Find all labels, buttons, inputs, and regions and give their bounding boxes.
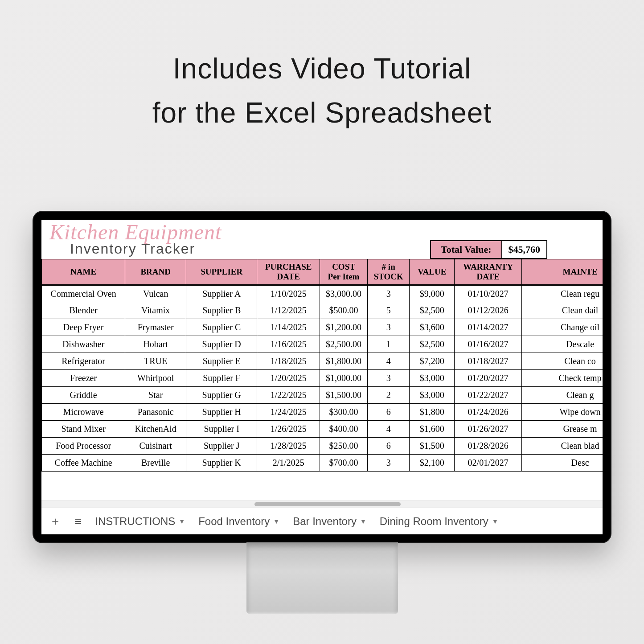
tab-dining-room-inventory[interactable]: Dining Room Inventory ▼ [380, 515, 498, 528]
cell-supplier[interactable]: Supplier A [186, 285, 257, 302]
cell-maint[interactable]: Desc [522, 455, 603, 472]
cell-supplier[interactable]: Supplier K [186, 455, 257, 472]
cell-value[interactable]: $1,600 [410, 421, 455, 438]
cell-maint[interactable]: Grease m [522, 421, 603, 438]
cell-stock[interactable]: 3 [367, 285, 410, 302]
col-warranty[interactable]: WARRANTYDATE [455, 259, 522, 285]
cell-maint[interactable]: Clean g [522, 387, 603, 404]
cell-pdate[interactable]: 2/1/2025 [257, 455, 320, 472]
cell-value[interactable]: $1,800 [410, 404, 455, 421]
cell-pdate[interactable]: 1/12/2025 [257, 302, 320, 319]
cell-cost[interactable]: $3,000.00 [320, 285, 368, 302]
cell-pdate[interactable]: 1/24/2025 [257, 404, 320, 421]
tab-food-inventory[interactable]: Food Inventory ▼ [198, 515, 279, 528]
cell-name[interactable]: Deep Fryer [42, 319, 125, 336]
cell-pdate[interactable]: 1/26/2025 [257, 421, 320, 438]
tab-instructions[interactable]: INSTRUCTIONS ▼ [95, 515, 185, 528]
all-sheets-icon[interactable]: ≡ [74, 515, 82, 528]
cell-stock[interactable]: 3 [367, 319, 410, 336]
cell-maint[interactable]: Change oil [522, 319, 603, 336]
cell-brand[interactable]: Vulcan [125, 285, 186, 302]
cell-pdate[interactable]: 1/14/2025 [257, 319, 320, 336]
cell-brand[interactable]: Panasonic [125, 404, 186, 421]
cell-warranty[interactable]: 01/16/2027 [455, 336, 522, 353]
cell-supplier[interactable]: Supplier C [186, 319, 257, 336]
cell-name[interactable]: Dishwasher [42, 336, 125, 353]
col-name[interactable]: NAME [42, 259, 125, 285]
cell-name[interactable]: Refrigerator [42, 353, 125, 370]
cell-warranty[interactable]: 01/20/2027 [455, 370, 522, 387]
cell-maint[interactable]: Descale [522, 336, 603, 353]
cell-warranty[interactable]: 01/12/2026 [455, 302, 522, 319]
cell-pdate[interactable]: 1/10/2025 [257, 285, 320, 302]
table-row[interactable]: Stand MixerKitchenAidSupplier I1/26/2025… [42, 421, 603, 438]
col-maintenance[interactable]: MAINTE [522, 259, 603, 285]
cell-supplier[interactable]: Supplier D [186, 336, 257, 353]
cell-cost[interactable]: $700.00 [320, 455, 368, 472]
cell-value[interactable]: $3,600 [410, 319, 455, 336]
cell-name[interactable]: Coffee Machine [42, 455, 125, 472]
cell-pdate[interactable]: 1/16/2025 [257, 336, 320, 353]
table-row[interactable]: DishwasherHobartSupplier D1/16/2025$2,50… [42, 336, 603, 353]
cell-pdate[interactable]: 1/28/2025 [257, 438, 320, 455]
cell-brand[interactable]: Star [125, 387, 186, 404]
cell-stock[interactable]: 4 [367, 421, 410, 438]
cell-value[interactable]: $3,000 [410, 370, 455, 387]
cell-value[interactable]: $9,000 [410, 285, 455, 302]
cell-brand[interactable]: Breville [125, 455, 186, 472]
add-sheet-icon[interactable]: ＋ [49, 513, 61, 529]
cell-name[interactable]: Microwave [42, 404, 125, 421]
cell-cost[interactable]: $500.00 [320, 302, 368, 319]
cell-stock[interactable]: 3 [367, 370, 410, 387]
cell-brand[interactable]: Vitamix [125, 302, 186, 319]
cell-cost[interactable]: $300.00 [320, 404, 368, 421]
cell-brand[interactable]: KitchenAid [125, 421, 186, 438]
scrollbar-thumb[interactable] [254, 502, 400, 506]
cell-stock[interactable]: 5 [367, 302, 410, 319]
cell-warranty[interactable]: 01/18/2027 [455, 353, 522, 370]
cell-maint[interactable]: Check temp [522, 370, 603, 387]
cell-name[interactable]: Blender [42, 302, 125, 319]
cell-pdate[interactable]: 1/18/2025 [257, 353, 320, 370]
cell-supplier[interactable]: Supplier F [186, 370, 257, 387]
cell-supplier[interactable]: Supplier G [186, 387, 257, 404]
cell-warranty[interactable]: 01/26/2027 [455, 421, 522, 438]
table-row[interactable]: BlenderVitamixSupplier B1/12/2025$500.00… [42, 302, 603, 319]
cell-cost[interactable]: $1,500.00 [320, 387, 368, 404]
cell-name[interactable]: Food Processor [42, 438, 125, 455]
cell-warranty[interactable]: 01/28/2026 [455, 438, 522, 455]
table-viewport[interactable]: NAME BRAND SUPPLIER PURCHASEDATE COSTPer… [41, 259, 603, 534]
cell-cost[interactable]: $2,500.00 [320, 336, 368, 353]
cell-cost[interactable]: $1,000.00 [320, 370, 368, 387]
table-row[interactable]: GriddleStarSupplier G1/22/2025$1,500.002… [42, 387, 603, 404]
cell-value[interactable]: $2,100 [410, 455, 455, 472]
cell-maint[interactable]: Clean regu [522, 285, 603, 302]
cell-name[interactable]: Commercial Oven [42, 285, 125, 302]
cell-warranty[interactable]: 02/01/2027 [455, 455, 522, 472]
col-value[interactable]: VALUE [410, 259, 455, 285]
cell-maint[interactable]: Clean dail [522, 302, 603, 319]
cell-supplier[interactable]: Supplier E [186, 353, 257, 370]
cell-value[interactable]: $3,000 [410, 387, 455, 404]
cell-name[interactable]: Stand Mixer [42, 421, 125, 438]
cell-stock[interactable]: 3 [367, 455, 410, 472]
cell-value[interactable]: $2,500 [410, 302, 455, 319]
cell-cost[interactable]: $1,800.00 [320, 353, 368, 370]
cell-stock[interactable]: 6 [367, 404, 410, 421]
table-row[interactable]: Coffee MachineBrevilleSupplier K2/1/2025… [42, 455, 603, 472]
cell-cost[interactable]: $250.00 [320, 438, 368, 455]
cell-brand[interactable]: Cuisinart [125, 438, 186, 455]
table-row[interactable]: MicrowavePanasonicSupplier H1/24/2025$30… [42, 404, 603, 421]
cell-cost[interactable]: $1,200.00 [320, 319, 368, 336]
cell-brand[interactable]: Frymaster [125, 319, 186, 336]
cell-name[interactable]: Griddle [42, 387, 125, 404]
cell-value[interactable]: $1,500 [410, 438, 455, 455]
cell-stock[interactable]: 1 [367, 336, 410, 353]
cell-warranty[interactable]: 01/14/2027 [455, 319, 522, 336]
table-row[interactable]: RefrigeratorTRUESupplier E1/18/2025$1,80… [42, 353, 603, 370]
cell-name[interactable]: Freezer [42, 370, 125, 387]
cell-pdate[interactable]: 1/20/2025 [257, 370, 320, 387]
table-row[interactable]: Deep FryerFrymasterSupplier C1/14/2025$1… [42, 319, 603, 336]
cell-stock[interactable]: 4 [367, 353, 410, 370]
cell-maint[interactable]: Wipe down [522, 404, 603, 421]
